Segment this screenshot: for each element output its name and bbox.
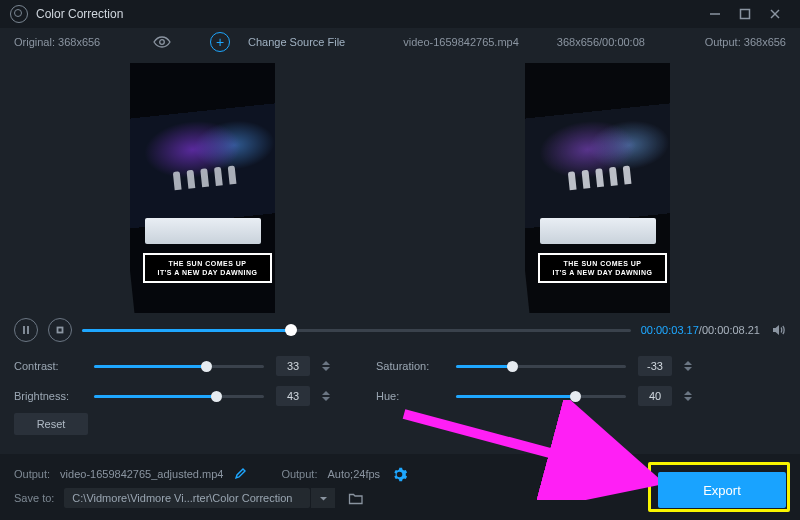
stop-button[interactable]: [48, 318, 72, 342]
contrast-label: Contrast:: [14, 360, 82, 372]
app-logo-icon: [10, 5, 28, 23]
color-controls: Contrast: 33 Saturation: -33 Brightness:…: [0, 345, 800, 435]
save-to-label: Save to:: [14, 492, 54, 504]
window-title: Color Correction: [36, 7, 123, 21]
brightness-stepper[interactable]: [322, 386, 336, 406]
contrast-stepper[interactable]: [322, 356, 336, 376]
rename-icon[interactable]: [233, 467, 247, 481]
hue-stepper[interactable]: [684, 386, 698, 406]
open-folder-icon[interactable]: [345, 488, 367, 508]
settings-gear-icon[interactable]: [390, 465, 408, 483]
output-dimensions: Output: 368x656: [705, 36, 786, 48]
source-filename: video-1659842765.mp4: [403, 36, 519, 48]
preview-output: THE SUN COMES UPIT'S A NEW DAY DAWNING: [525, 63, 670, 313]
output-settings-value: Auto;24fps: [327, 468, 380, 480]
output-file-label: Output:: [14, 468, 50, 480]
time-display: 00:00:03.17/00:00:08.21: [641, 324, 760, 336]
svg-point-4: [160, 40, 165, 45]
transport-bar: 00:00:03.17/00:00:08.21: [0, 315, 800, 345]
change-source-button[interactable]: Change Source File: [248, 36, 345, 48]
saturation-value[interactable]: -33: [638, 356, 672, 376]
preview-toggle-icon[interactable]: [152, 36, 172, 48]
svg-rect-7: [58, 328, 63, 333]
video-caption: THE SUN COMES UPIT'S A NEW DAY DAWNING: [538, 253, 667, 283]
svg-rect-1: [741, 10, 750, 19]
source-dims-duration: 368x656/00:00:08: [557, 36, 645, 48]
saturation-slider[interactable]: [456, 359, 626, 373]
saturation-label: Saturation:: [376, 360, 444, 372]
minimize-button[interactable]: [700, 4, 730, 24]
video-caption: THE SUN COMES UPIT'S A NEW DAY DAWNING: [143, 253, 272, 283]
hue-slider[interactable]: [456, 389, 626, 403]
brightness-value[interactable]: 43: [276, 386, 310, 406]
save-path-field[interactable]: C:\Vidmore\Vidmore Vi...rter\Color Corre…: [64, 488, 310, 508]
pause-button[interactable]: [14, 318, 38, 342]
original-dimensions: Original: 368x656: [14, 36, 134, 48]
seek-thumb: [285, 324, 297, 336]
contrast-value[interactable]: 33: [276, 356, 310, 376]
close-button[interactable]: [760, 4, 790, 24]
reset-button[interactable]: Reset: [14, 413, 88, 435]
title-bar: Color Correction: [0, 0, 800, 28]
seek-slider[interactable]: [82, 323, 631, 337]
saturation-stepper[interactable]: [684, 356, 698, 376]
hue-value[interactable]: 40: [638, 386, 672, 406]
export-button[interactable]: Export: [658, 472, 786, 508]
preview-original: THE SUN COMES UPIT'S A NEW DAY DAWNING: [130, 63, 275, 313]
output-filename: video-1659842765_adjusted.mp4: [60, 468, 223, 480]
volume-icon[interactable]: [770, 323, 786, 337]
source-bar: Original: 368x656 + Change Source File v…: [0, 28, 800, 56]
hue-label: Hue:: [376, 390, 444, 402]
brightness-slider[interactable]: [94, 389, 264, 403]
add-source-icon[interactable]: +: [210, 32, 230, 52]
maximize-button[interactable]: [730, 4, 760, 24]
seek-fill: [82, 329, 291, 332]
bottom-bar: Output: video-1659842765_adjusted.mp4 Ou…: [0, 454, 800, 520]
preview-area: THE SUN COMES UPIT'S A NEW DAY DAWNING T…: [0, 56, 800, 315]
output-settings-label: Output:: [281, 468, 317, 480]
brightness-label: Brightness:: [14, 390, 82, 402]
contrast-slider[interactable]: [94, 359, 264, 373]
save-path-dropdown[interactable]: [310, 488, 335, 508]
